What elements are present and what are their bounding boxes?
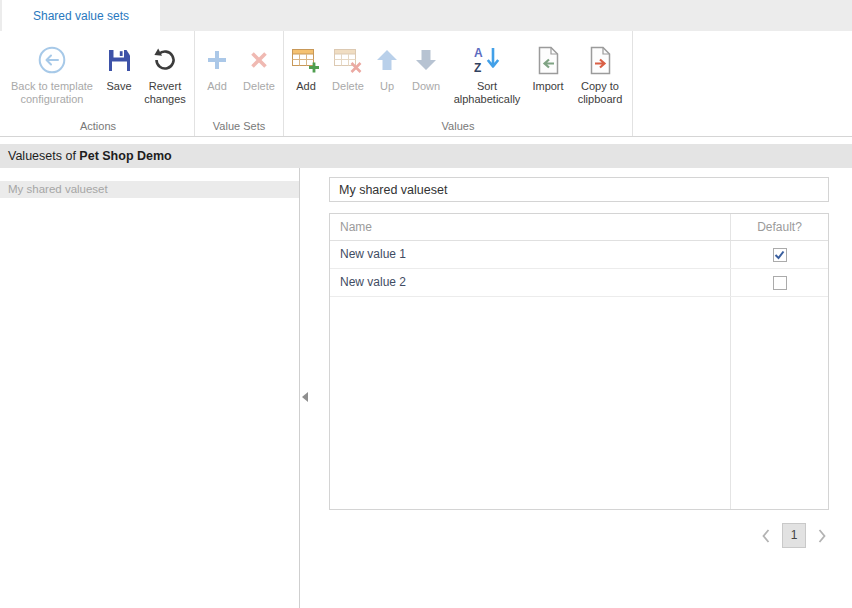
copy-to-clipboard-button[interactable]: Copy to clipboard	[570, 36, 630, 106]
tab-bar: Shared value sets	[0, 0, 852, 31]
button-label: Up	[380, 80, 394, 93]
valueset-name-input[interactable]	[329, 177, 829, 202]
ribbon-group-values: Add Delete	[284, 31, 633, 136]
pagination: 1	[329, 523, 829, 548]
values-table: Name Default? New value 1 New value 2	[329, 213, 829, 510]
table-row[interactable]: New value 2	[330, 269, 828, 297]
button-label: Add	[207, 80, 227, 93]
svg-text:Z: Z	[474, 61, 481, 75]
group-label-actions: Actions	[4, 118, 192, 136]
page-number-button[interactable]: 1	[782, 523, 806, 548]
page-title: Valuesets of Pet Shop Demo	[0, 144, 852, 168]
button-label: Add	[296, 80, 316, 93]
button-label: Delete	[332, 80, 364, 93]
next-page-button[interactable]	[815, 523, 829, 548]
button-label: Revert changes	[138, 80, 192, 106]
valueset-delete-button[interactable]: Delete	[237, 36, 281, 93]
down-arrow-icon	[414, 42, 438, 78]
ribbon-group-actions: Back to template configuration Save	[2, 31, 195, 136]
button-label: Import	[532, 80, 563, 93]
svg-text:A: A	[474, 46, 483, 60]
value-delete-button[interactable]: Delete	[326, 36, 370, 93]
button-label: Sort alphabetically	[448, 80, 526, 106]
prev-page-button[interactable]	[759, 523, 773, 548]
app-window: Shared value sets Back to template confi…	[0, 0, 852, 608]
table-add-icon	[292, 42, 320, 78]
title-prefix: Valuesets of	[8, 149, 79, 163]
table-row[interactable]: New value 1	[330, 241, 828, 269]
revert-changes-button[interactable]: Revert changes	[138, 36, 192, 106]
title-name: Pet Shop Demo	[79, 149, 171, 163]
value-name-cell: New value 2	[330, 269, 730, 296]
value-add-button[interactable]: Add	[286, 36, 326, 93]
valueset-list: My shared valueset	[0, 168, 300, 608]
back-icon	[37, 42, 67, 78]
revert-icon	[152, 42, 178, 78]
save-button[interactable]: Save	[100, 36, 138, 93]
delete-cross-icon	[249, 42, 269, 78]
back-to-template-button[interactable]: Back to template configuration	[4, 36, 100, 106]
ribbon-group-value-sets: Add Delete Value Sets	[195, 31, 284, 136]
button-label: Down	[412, 80, 440, 93]
default-checkbox[interactable]	[773, 276, 787, 290]
save-icon	[107, 42, 132, 78]
collapse-left-icon	[302, 392, 308, 402]
table-header-row: Name Default?	[330, 214, 828, 241]
ribbon-button-row: Add Delete	[197, 36, 281, 93]
tab-shared-value-sets[interactable]: Shared value sets	[2, 0, 160, 31]
value-up-button[interactable]: Up	[370, 36, 404, 93]
default-cell	[730, 241, 828, 268]
ribbon-button-row: Add Delete	[286, 36, 630, 106]
value-down-button[interactable]: Down	[404, 36, 448, 93]
table-delete-icon	[334, 42, 362, 78]
group-label-values: Values	[286, 118, 630, 136]
valueset-list-item[interactable]: My shared valueset	[0, 181, 299, 198]
button-label: Delete	[243, 80, 275, 93]
copy-icon	[588, 42, 612, 78]
valueset-editor: Name Default? New value 1 New value 2	[300, 168, 852, 608]
default-cell	[730, 269, 828, 296]
up-arrow-icon	[375, 42, 399, 78]
valueset-add-button[interactable]: Add	[197, 36, 237, 93]
group-label-value-sets: Value Sets	[197, 118, 281, 136]
value-name-cell: New value 1	[330, 241, 730, 268]
table-empty-area	[330, 297, 828, 509]
button-label: Save	[106, 80, 131, 93]
ribbon: Back to template configuration Save	[0, 31, 852, 137]
button-label: Back to template configuration	[4, 80, 100, 106]
content-area: My shared valueset Name Default? New val…	[0, 168, 852, 608]
sort-az-icon: A Z	[472, 42, 502, 78]
import-button[interactable]: Import	[526, 36, 570, 93]
add-plus-icon	[206, 42, 228, 78]
button-label: Copy to clipboard	[570, 80, 630, 106]
default-checkbox[interactable]	[773, 248, 787, 262]
sort-alphabetically-button[interactable]: A Z Sort alphabetically	[448, 36, 526, 106]
import-icon	[536, 42, 560, 78]
tab-label: Shared value sets	[33, 9, 129, 23]
column-header-name: Name	[330, 214, 730, 240]
collapse-sidebar-handle[interactable]	[300, 386, 309, 408]
column-header-default: Default?	[730, 214, 828, 240]
ribbon-button-row: Back to template configuration Save	[4, 36, 192, 106]
